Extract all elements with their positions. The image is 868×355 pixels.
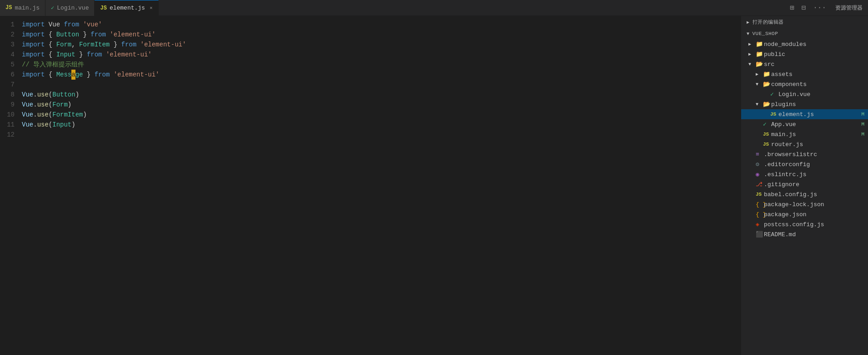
- class-name: Form: [52, 100, 68, 110]
- tree-item-label: .editorconfig: [764, 161, 810, 168]
- tree-item-src[interactable]: ▼ 📂 src: [741, 59, 868, 69]
- code-editor[interactable]: import Vue from 'vue' import { Button } …: [22, 20, 741, 355]
- more-actions-button[interactable]: ···: [811, 2, 828, 14]
- postcss-icon: ◈: [756, 221, 764, 228]
- tab-label: Login.vue: [57, 5, 89, 11]
- punc: {: [45, 30, 56, 40]
- class-name: FormItem: [52, 110, 83, 120]
- tree-item-app-vue[interactable]: ✓ App.vue M: [741, 119, 868, 129]
- keyword: import: [22, 40, 45, 50]
- chevron-down-icon: ▼: [747, 31, 750, 36]
- line-numbers: 1 2 3 4 5 6 7 8 9 10 11 12: [0, 20, 22, 355]
- tree-item-router-js[interactable]: JS router.js: [741, 139, 868, 149]
- keyword: import: [22, 50, 45, 60]
- toggle-panel-button[interactable]: ⊟: [800, 1, 808, 14]
- punc: .: [33, 100, 37, 110]
- string: 'vue': [83, 20, 102, 30]
- punc: ): [68, 100, 71, 110]
- tree-item-label: App.vue: [771, 121, 796, 128]
- tab-close-button[interactable]: ×: [150, 5, 153, 11]
- punc: (: [49, 120, 52, 130]
- tree-item-editorconfig[interactable]: ⚙ .editorconfig: [741, 159, 868, 169]
- object-name: Vue: [22, 90, 33, 100]
- punc: [106, 30, 110, 40]
- tree-item-label: node_modules: [764, 41, 807, 48]
- tab-main-js[interactable]: JS main.js: [0, 0, 45, 16]
- keyword: from: [90, 30, 106, 40]
- code-line-1: import Vue from 'vue': [22, 20, 741, 30]
- tree-item-package-lock[interactable]: { } package-lock.json: [741, 199, 868, 209]
- tree-item-node-modules[interactable]: ▶ 📁 node_modules: [741, 39, 868, 49]
- class-name: Input: [56, 50, 75, 60]
- code-line-3: import { Form , FormItem } from 'element…: [22, 40, 741, 50]
- tab-element-js[interactable]: JS element.js ×: [95, 0, 158, 16]
- cursor-highlight: a: [71, 70, 75, 80]
- tree-item-element-js[interactable]: JS element.js M: [741, 109, 868, 119]
- tree-item-babel-config[interactable]: JS babel.config.js: [741, 189, 868, 199]
- split-editor-button[interactable]: ⊞: [788, 1, 796, 14]
- code-line-7: [22, 80, 741, 90]
- tree-item-main-js[interactable]: JS main.js M: [741, 129, 868, 139]
- keyword: from: [95, 70, 110, 80]
- code-container[interactable]: 1 2 3 4 5 6 7 8 9 10 11 12 import Vue fr…: [0, 16, 741, 355]
- tree-item-plugins[interactable]: ▼ 📂 plugins: [741, 99, 868, 109]
- tree-item-login-vue[interactable]: ✓ Login.vue: [741, 89, 868, 99]
- tab-bar-actions: ⊞ ⊟ ··· 资源管理器: [788, 1, 868, 14]
- js-file-icon: JS: [763, 132, 771, 137]
- punc: .: [33, 120, 37, 130]
- sidebar: ▶ 打开的编辑器 ▼ VUE_SHOP ▶ 📁 node_modules ▶ 📁…: [741, 16, 868, 355]
- class-name: Form: [56, 40, 72, 50]
- class-name: FormItem: [79, 40, 110, 50]
- object-name: Vue: [22, 120, 33, 130]
- sidebar-open-editors-header[interactable]: ▶ 打开的编辑器: [741, 16, 868, 28]
- chevron-down-icon: ▼: [756, 102, 763, 107]
- object-name: Vue: [22, 100, 33, 110]
- tree-item-label: assets: [771, 71, 793, 78]
- method-name: use: [37, 90, 49, 100]
- tree-item-eslintrc[interactable]: ◉ .eslintrc.js: [741, 169, 868, 179]
- tree-item-gitignore[interactable]: ⎇ .gitignore: [741, 179, 868, 189]
- tab-label: main.js: [15, 5, 40, 11]
- tree-item-readme[interactable]: ⬛ README.md: [741, 229, 868, 239]
- tree-item-label: README.md: [764, 231, 796, 238]
- js-file-icon: JS: [770, 112, 778, 117]
- punc: }: [79, 30, 90, 40]
- tree-item-public[interactable]: ▶ 📁 public: [741, 49, 868, 59]
- tree-item-components[interactable]: ▼ 📂 components: [741, 79, 868, 89]
- config-icon: ≡: [756, 151, 764, 158]
- chevron-down-icon: ▼: [748, 62, 756, 67]
- editorconfig-icon: ⚙: [756, 161, 764, 168]
- object-name: Vue: [22, 110, 33, 120]
- chevron-right-icon: ▶: [748, 41, 756, 47]
- vue-file-icon: ✓: [770, 91, 778, 98]
- git-icon: ⎇: [756, 181, 764, 188]
- chevron-down-icon: ▼: [756, 82, 763, 87]
- sidebar-vueshop-header[interactable]: ▼ VUE_SHOP: [741, 28, 868, 39]
- main-layout: 1 2 3 4 5 6 7 8 9 10 11 12 import Vue fr…: [0, 16, 868, 355]
- punc: }: [110, 40, 121, 50]
- class-name: Button: [56, 30, 79, 40]
- punc: {: [45, 50, 56, 60]
- code-line-8: Vue . use ( Button ): [22, 90, 741, 100]
- code-line-5: // 导入弹框提示组件: [22, 60, 741, 70]
- punc: ): [75, 90, 79, 100]
- tree-item-assets[interactable]: ▶ 📁 assets: [741, 69, 868, 79]
- method-name: use: [37, 110, 49, 120]
- punc: [110, 70, 113, 80]
- keyword: from: [64, 20, 79, 30]
- tree-item-postcss[interactable]: ◈ postcss.config.js: [741, 219, 868, 229]
- comment: // 导入弹框提示组件: [22, 60, 84, 70]
- modified-badge: M: [861, 122, 864, 127]
- tree-item-label: .eslintrc.js: [764, 171, 807, 178]
- keyword: import: [22, 70, 45, 80]
- tree-item-browserslistrc[interactable]: ≡ .browserslistrc: [741, 149, 868, 159]
- punc: [102, 50, 105, 60]
- tree-item-package-json[interactable]: { } package.json: [741, 209, 868, 219]
- folder-icon: 📁: [756, 41, 764, 48]
- punc: .: [33, 110, 37, 120]
- punc: {: [45, 70, 56, 80]
- js-file-icon: JS: [756, 192, 764, 197]
- tab-login-vue[interactable]: ✓ Login.vue: [45, 0, 95, 16]
- tree-item-label: src: [764, 61, 774, 68]
- tree-item-label: package-lock.json: [764, 201, 824, 208]
